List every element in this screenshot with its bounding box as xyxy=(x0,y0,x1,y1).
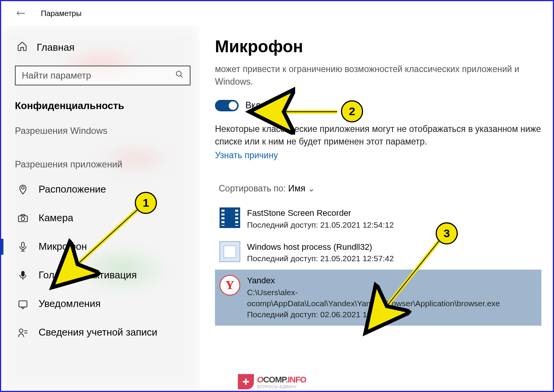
app-row-rundll32[interactable]: Windows host process (Rundll32) Последни… xyxy=(215,236,541,270)
watermark-tag: ВОПРОСЫ АДМИНУ xyxy=(257,385,306,389)
annotation-2: 2 xyxy=(341,100,363,122)
film-icon xyxy=(220,207,240,228)
watermark: OCOMP.INFO ВОПРОСЫ АДМИНУ xyxy=(238,374,306,389)
sidebar-item-label: Расположение xyxy=(39,183,106,195)
page-blurb: может привести к ограничению возможносте… xyxy=(215,63,541,88)
sidebar-item-account[interactable]: Сведения учетной записи xyxy=(15,318,192,347)
notification-icon xyxy=(17,299,29,309)
sidebar-item-label: Уведомления xyxy=(39,298,101,310)
chevron-down-icon: ⌄ xyxy=(308,183,315,193)
location-icon xyxy=(17,184,29,195)
svg-line-1 xyxy=(181,76,183,78)
toggle-label: Вкл. xyxy=(246,100,263,111)
voice-icon xyxy=(17,270,29,281)
sidebar: Главная Найти параметр Конфиденциальност… xyxy=(1,26,200,392)
yandex-icon: Y xyxy=(220,275,240,296)
sidebar-group-apps: Разрешения приложений xyxy=(15,153,192,175)
app-meta: Последний доступ: 21.05.2021 12:57:42 xyxy=(247,253,394,264)
home-icon xyxy=(17,41,27,54)
sidebar-item-label: Микрофон xyxy=(39,241,87,252)
sidebar-item-camera[interactable]: Камера xyxy=(15,204,192,232)
app-meta: Последний доступ: 02.06.2021 10:50:04 xyxy=(247,309,537,320)
page-title: Микрофон xyxy=(215,37,541,56)
app-name: FastStone Screen Recorder xyxy=(247,207,394,219)
annotation-1: 1 xyxy=(135,192,157,214)
sidebar-item-voice[interactable]: Голосовая активация xyxy=(15,261,192,289)
app-name: Windows host process (Rundll32) xyxy=(247,241,394,253)
sidebar-item-label: Камера xyxy=(39,212,73,224)
search-icon xyxy=(175,70,184,81)
app-name: Yandex xyxy=(247,275,537,287)
camera-icon xyxy=(17,213,29,223)
svg-point-4 xyxy=(21,217,24,220)
app-row-yandex[interactable]: Y Yandex C:\Users\alex-ocomp\AppData\Loc… xyxy=(215,270,541,326)
sidebar-home-label: Главная xyxy=(37,42,74,53)
app-path: C:\Users\alex-ocomp\AppData\Local\Yandex… xyxy=(247,287,537,309)
svg-point-2 xyxy=(22,186,24,189)
sidebar-item-notifications[interactable]: Уведомления xyxy=(15,289,192,318)
sort-control[interactable]: Сортировать по: Имя ⌄ xyxy=(215,183,541,194)
search-placeholder: Найти параметр xyxy=(22,70,175,81)
search-input[interactable]: Найти параметр xyxy=(15,66,191,85)
swiss-cross-icon xyxy=(238,374,254,389)
learn-more-link[interactable]: Узнать причину xyxy=(215,150,541,161)
back-icon[interactable]: 🡐 xyxy=(16,8,26,19)
svg-rect-6 xyxy=(22,242,24,247)
sidebar-home[interactable]: Главная xyxy=(15,29,192,66)
microphone-toggle[interactable] xyxy=(215,100,239,111)
sidebar-item-microphone[interactable]: Микрофон xyxy=(15,232,192,261)
svg-rect-11 xyxy=(19,300,27,307)
note-text: Некоторые классические приложения могут … xyxy=(215,123,541,148)
main-panel: Микрофон может привести к ограничению во… xyxy=(200,26,553,392)
sort-label: Сортировать по: xyxy=(219,183,286,193)
svg-point-12 xyxy=(19,329,23,332)
sidebar-group-windows: Разрешения Windows xyxy=(15,119,192,141)
document-icon xyxy=(220,241,240,262)
account-icon xyxy=(17,327,29,338)
microphone-icon xyxy=(17,241,29,252)
svg-point-0 xyxy=(176,71,181,76)
svg-rect-9 xyxy=(22,271,24,276)
sidebar-item-location[interactable]: Расположение xyxy=(15,175,192,204)
sort-value: Имя xyxy=(288,183,305,193)
svg-rect-5 xyxy=(21,214,24,216)
window-title: Параметры xyxy=(41,9,82,18)
app-meta: Последний доступ: 21.05.2021 12:54:12 xyxy=(247,219,394,230)
app-row-faststone[interactable]: FastStone Screen Recorder Последний дост… xyxy=(215,202,541,236)
sidebar-item-label: Сведения учетной записи xyxy=(39,326,157,338)
sidebar-item-label: Голосовая активация xyxy=(39,269,137,281)
annotation-3: 3 xyxy=(436,222,458,244)
sidebar-section-title: Конфиденциальность xyxy=(15,95,192,119)
watermark-brand: OCOMP.INFO xyxy=(257,375,306,385)
